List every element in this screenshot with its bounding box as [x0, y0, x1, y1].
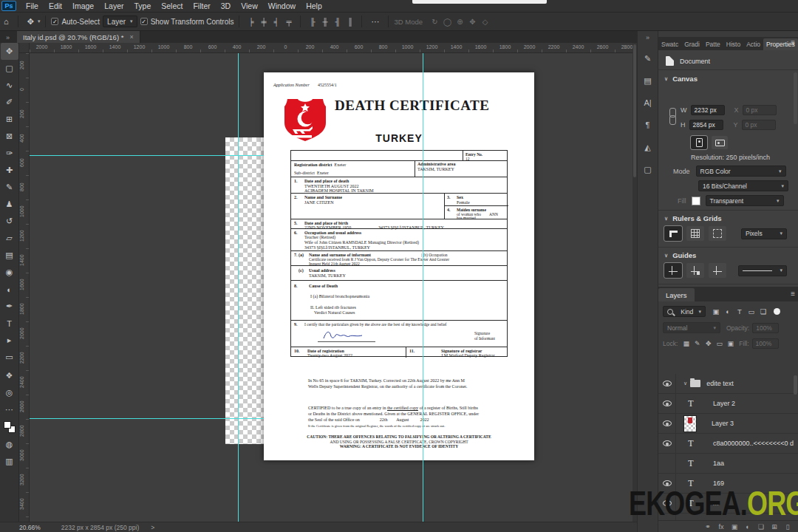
align-top-icon[interactable]: ╤ — [282, 18, 295, 26]
more-tools-icon[interactable]: ⋯ — [1, 401, 18, 418]
color-swatches[interactable] — [4, 421, 16, 433]
glyphs-panel-icon[interactable]: ◭ — [639, 138, 657, 156]
panel-tab[interactable]: Patte — [703, 38, 723, 50]
double-chevron-icon[interactable]: » — [646, 34, 649, 41]
canvas-section-header[interactable]: ∨ Canvas — [664, 75, 698, 83]
menu-item[interactable]: Window — [263, 0, 301, 12]
eraser-tool[interactable]: ▱ — [1, 230, 18, 247]
layer-row[interactable]: ∨ T edite text — [658, 374, 798, 394]
visibility-toggle[interactable] — [658, 394, 676, 413]
panel-tab[interactable]: Actio — [743, 38, 763, 50]
height-input[interactable]: 2854 px — [689, 120, 723, 130]
panel-menu-icon[interactable]: ≡ — [791, 290, 795, 298]
canvas-area[interactable]: Application Number 4525554/1 DEATH CERTI… — [30, 53, 632, 522]
filter-shape-icon[interactable]: ▭ — [746, 307, 757, 316]
path-select-tool[interactable]: ▸ — [1, 332, 18, 349]
layer-name[interactable]: edite text — [706, 380, 734, 387]
align-center-h-icon[interactable]: ╪ — [257, 18, 270, 26]
eyedropper-tool[interactable]: ✑ — [1, 145, 18, 162]
foreground-color-swatch[interactable] — [4, 421, 11, 429]
bit-depth-dropdown[interactable]: 16 Bits/Channel ▾ — [698, 180, 788, 191]
orientation-landscape-button[interactable] — [712, 136, 728, 149]
menu-item[interactable]: Type — [129, 0, 156, 12]
dodge-tool[interactable]: ◐ — [1, 281, 18, 298]
horizontal-guide[interactable] — [30, 155, 264, 156]
new-layer-icon[interactable]: ⊞ — [769, 523, 780, 531]
hand-tool[interactable]: ❖ — [1, 367, 18, 384]
character-panel-icon[interactable]: A| — [639, 94, 657, 112]
lock-all-icon[interactable]: ▣ — [725, 340, 736, 347]
quick-selection-tool[interactable]: ✐ — [1, 94, 18, 111]
menu-item[interactable]: 3D — [216, 0, 236, 12]
quick-mask-icon[interactable]: ◍ — [1, 436, 18, 453]
layer-effects-icon[interactable]: fx — [716, 523, 726, 531]
crop-tool[interactable]: ⊞ — [1, 111, 18, 128]
menu-item[interactable]: View — [236, 0, 263, 12]
visibility-toggle[interactable] — [658, 434, 676, 453]
checkbox-checked-icon[interactable]: ✓ — [140, 18, 148, 25]
menu-item[interactable]: Help — [301, 0, 327, 12]
distribute-bottom-icon[interactable]: ╢ — [331, 18, 344, 26]
layer-row[interactable]: ∨ T c8a0000000..<<<<<<<<0 d — [658, 434, 798, 454]
healing-brush-tool[interactable]: ✚ — [1, 162, 18, 179]
filter-adjustment-icon[interactable]: ◐ — [722, 307, 734, 316]
filter-smart-icon[interactable]: ❏ — [757, 307, 769, 316]
orientation-portrait-button[interactable] — [691, 136, 707, 149]
group-icon[interactable]: ∨ — [683, 380, 700, 387]
guides-section-header[interactable]: ∨ Guides — [664, 251, 696, 259]
tab-layers[interactable]: Layers — [658, 288, 695, 301]
layer-name[interactable]: Layer 3 — [712, 420, 734, 427]
menu-item[interactable]: Layer — [99, 0, 129, 12]
properties-sliders-icon[interactable]: ▤ — [639, 72, 657, 89]
lock-paint-icon[interactable]: ✎ — [692, 340, 703, 347]
lock-guides-button[interactable] — [686, 263, 704, 278]
zoom-tool[interactable]: ◎ — [1, 384, 18, 401]
screen-mode-icon[interactable]: ▥ — [1, 453, 18, 470]
move-tool[interactable]: ✥ — [1, 43, 18, 60]
new-group-icon[interactable]: ❏ — [756, 523, 766, 531]
layer-filter-dropdown[interactable]: Kind ▾ — [663, 306, 706, 317]
gradient-tool[interactable]: ▤ — [1, 247, 18, 264]
layers-scrollbar[interactable] — [794, 375, 797, 395]
panel-menu-icon[interactable]: ≡ — [791, 38, 795, 47]
zoom-level[interactable]: 20.66% — [19, 524, 41, 531]
double-chevron-icon[interactable]: » — [0, 34, 17, 43]
rulers-grids-section-header[interactable]: ∨ Rulers & Grids — [664, 214, 722, 222]
checkbox-checked-icon[interactable]: ✓ — [51, 18, 58, 25]
history-brush-tool[interactable]: ↺ — [1, 213, 18, 230]
menu-item[interactable]: Filter — [188, 0, 215, 12]
home-icon[interactable]: ⌂ — [0, 17, 13, 26]
color-mode-dropdown[interactable]: RGB Color ▾ — [696, 166, 786, 177]
libraries-panel-icon[interactable]: ▢ — [639, 160, 657, 178]
edit-guides-button[interactable] — [709, 263, 726, 278]
status-chevron-icon[interactable]: > — [151, 524, 154, 531]
layer-name[interactable]: c8a0000000..<<<<<<<<0 d — [713, 440, 794, 447]
vertical-guide[interactable] — [423, 53, 423, 522]
clone-stamp-tool[interactable]: ♟ — [1, 196, 18, 213]
toggle-guides-button[interactable] — [664, 263, 682, 278]
distribute-v-icon[interactable]: ║ — [344, 18, 356, 26]
visibility-toggle[interactable] — [658, 454, 676, 473]
filter-type-icon[interactable]: T — [734, 307, 746, 316]
link-dimensions-icon[interactable] — [669, 108, 675, 127]
lock-transparent-icon[interactable]: ▦ — [681, 340, 692, 347]
menu-item[interactable]: File — [21, 0, 44, 12]
panel-tab[interactable]: Histo — [723, 38, 743, 50]
paragraph-panel-icon[interactable]: ¶ — [639, 116, 657, 134]
brush-settings-icon[interactable]: ✎ — [639, 50, 657, 67]
brush-tool[interactable]: ✎ — [1, 179, 18, 196]
pen-tool[interactable]: ✒ — [1, 298, 18, 315]
guide-style-dropdown[interactable]: ▾ — [738, 265, 787, 276]
width-input[interactable]: 2232 px — [691, 105, 725, 115]
panel-scrollbar[interactable] — [794, 72, 797, 124]
menu-item[interactable]: Edit — [44, 0, 67, 12]
vertical-guide[interactable] — [238, 53, 239, 522]
layer-row[interactable]: ∨ T 1aa — [658, 454, 798, 474]
ruler-units-dropdown[interactable]: Pixels ▾ — [741, 228, 787, 239]
panel-tab[interactable]: Swatc — [658, 38, 681, 50]
add-mask-icon[interactable]: ▣ — [729, 523, 740, 531]
auto-select-target-dropdown[interactable]: Layer ▾ — [103, 16, 137, 27]
type-tool[interactable]: T — [1, 315, 18, 332]
filter-pixel-icon[interactable]: ▣ — [710, 307, 722, 316]
document-page[interactable]: Application Number 4525554/1 DEATH CERTI… — [264, 72, 534, 460]
